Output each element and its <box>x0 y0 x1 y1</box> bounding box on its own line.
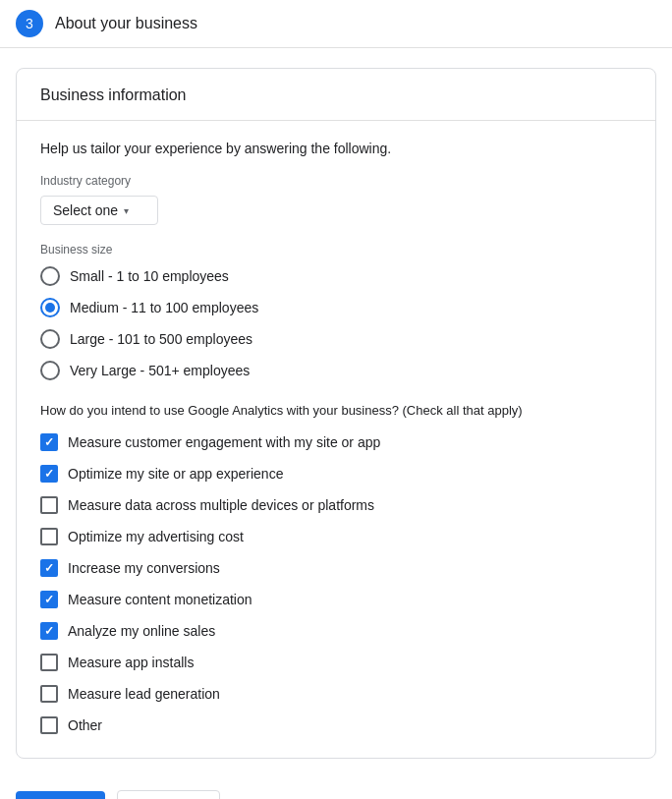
create-button[interactable]: Create <box>16 791 105 799</box>
radio-outer-large <box>40 329 60 349</box>
radio-label-medium: Medium - 11 to 100 employees <box>70 300 258 315</box>
checkbox-content-monetization[interactable]: ✓ Measure content monetization <box>40 591 632 608</box>
radio-small[interactable]: Small - 1 to 10 employees <box>40 266 632 286</box>
checkmark-optimize-experience: ✓ <box>44 468 54 480</box>
checkbox-box-conversions: ✓ <box>40 559 58 577</box>
radio-label-very-large: Very Large - 501+ employees <box>70 363 250 378</box>
industry-select-text: Select one <box>53 202 118 218</box>
checkbox-box-online-sales: ✓ <box>40 622 58 640</box>
checkbox-optimize-advertising[interactable]: Optimize my advertising cost <box>40 528 632 545</box>
chevron-down-icon: ▾ <box>124 205 129 216</box>
checkbox-label-online-sales: Analyze my online sales <box>68 623 215 639</box>
radio-label-large: Large - 101 to 500 employees <box>70 331 252 347</box>
checkbox-label-conversions: Increase my conversions <box>68 560 220 576</box>
checkbox-box-optimize-experience: ✓ <box>40 465 58 483</box>
checkbox-box-engagement: ✓ <box>40 433 58 451</box>
checkbox-label-content-monetization: Measure content monetization <box>68 592 252 607</box>
checkbox-label-optimize-advertising: Optimize my advertising cost <box>68 529 244 544</box>
checkbox-app-installs[interactable]: Measure app installs <box>40 654 632 671</box>
business-size-radio-group: Small - 1 to 10 employees Medium - 11 to… <box>40 266 632 380</box>
footer-buttons: Create Previous <box>0 778 672 799</box>
checkmark-conversions: ✓ <box>44 562 54 574</box>
checkbox-lead-generation[interactable]: Measure lead generation <box>40 685 632 703</box>
card-body: Help us tailor your experience by answer… <box>17 121 655 758</box>
checkbox-box-lead-generation <box>40 685 58 703</box>
checkbox-box-measure-data <box>40 496 58 514</box>
checkmark-content-monetization: ✓ <box>44 594 54 605</box>
checkbox-box-other <box>40 716 58 734</box>
page-title: About your business <box>55 15 197 32</box>
checkbox-label-lead-generation: Measure lead generation <box>68 686 220 702</box>
card-header: Business information <box>17 69 655 121</box>
checkbox-group: ✓ Measure customer engagement with my si… <box>40 433 632 734</box>
checkmark-engagement: ✓ <box>44 436 54 448</box>
checkbox-label-optimize-experience: Optimize my site or app experience <box>68 466 283 482</box>
radio-label-small: Small - 1 to 10 employees <box>70 268 229 284</box>
help-text: Help us tailor your experience by answer… <box>40 141 632 156</box>
card-title: Business information <box>40 86 187 103</box>
checkbox-conversions[interactable]: ✓ Increase my conversions <box>40 559 632 577</box>
checkbox-label-app-installs: Measure app installs <box>68 655 194 670</box>
radio-outer-small <box>40 266 60 286</box>
checkbox-box-content-monetization: ✓ <box>40 591 58 608</box>
checkbox-box-app-installs <box>40 654 58 671</box>
checkbox-label-measure-data: Measure data across multiple devices or … <box>68 497 374 513</box>
checkbox-other[interactable]: Other <box>40 716 632 734</box>
radio-large[interactable]: Large - 101 to 500 employees <box>40 329 632 349</box>
checkbox-measure-data[interactable]: Measure data across multiple devices or … <box>40 496 632 514</box>
checkmark-online-sales: ✓ <box>44 625 54 637</box>
checkbox-label-engagement: Measure customer engagement with my site… <box>68 434 380 450</box>
business-size-label: Business size <box>40 243 632 257</box>
page-header: 3 About your business <box>0 0 672 48</box>
radio-outer-very-large <box>40 361 60 380</box>
intend-question: How do you intend to use Google Analytic… <box>40 402 632 420</box>
radio-outer-medium <box>40 298 60 317</box>
checkbox-label-other: Other <box>68 717 102 733</box>
checkbox-box-optimize-advertising <box>40 528 58 545</box>
business-info-card: Business information Help us tailor your… <box>16 68 656 759</box>
step-circle: 3 <box>16 10 43 37</box>
checkbox-online-sales[interactable]: ✓ Analyze my online sales <box>40 622 632 640</box>
radio-medium[interactable]: Medium - 11 to 100 employees <box>40 298 632 317</box>
checkbox-engagement[interactable]: ✓ Measure customer engagement with my si… <box>40 433 632 451</box>
industry-select[interactable]: Select one ▾ <box>40 196 158 225</box>
industry-label: Industry category <box>40 174 632 188</box>
radio-inner-medium <box>45 303 55 313</box>
radio-very-large[interactable]: Very Large - 501+ employees <box>40 361 632 380</box>
previous-button[interactable]: Previous <box>117 790 221 799</box>
checkbox-optimize-experience[interactable]: ✓ Optimize my site or app experience <box>40 465 632 483</box>
